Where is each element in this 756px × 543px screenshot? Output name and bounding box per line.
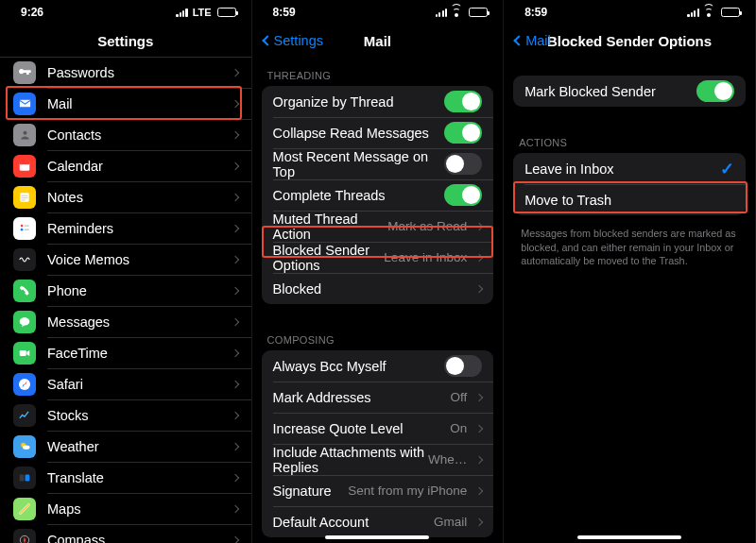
row-value: Sent from my iPhone <box>348 484 467 498</box>
svg-point-4 <box>21 224 24 227</box>
svg-rect-13 <box>26 474 30 481</box>
status-icons <box>687 8 739 17</box>
svg-rect-3 <box>20 193 28 201</box>
back-button[interactable]: Settings <box>260 33 323 48</box>
phone-icon <box>13 280 36 302</box>
chevron-right-icon <box>231 411 238 418</box>
status-time: 8:59 <box>273 6 296 19</box>
settings-item-maps[interactable]: Maps <box>0 493 251 524</box>
safari-icon <box>13 373 36 396</box>
composing-header: COMPOSING <box>252 321 504 350</box>
settings-item-compass[interactable]: Compass <box>0 524 251 543</box>
chevron-right-icon <box>231 161 238 169</box>
mark-blocked-toggle[interactable] <box>696 80 734 102</box>
page-title: Settings <box>0 33 251 49</box>
chevron-right-icon <box>231 224 238 231</box>
action-move-to-trash[interactable]: Move to Trash <box>513 184 746 215</box>
settings-item-notes[interactable]: Notes <box>0 181 251 212</box>
settings-list[interactable]: PasswordsMailContactsCalendarNotesRemind… <box>0 57 251 543</box>
home-indicator[interactable] <box>577 535 681 539</box>
stocks-icon <box>13 404 36 427</box>
row-value: On <box>450 421 467 435</box>
row-label: Always Bcc Myself <box>273 359 445 374</box>
mark-blocked-sender-row[interactable]: Mark Blocked Sender <box>513 76 746 107</box>
row-label: Default Account <box>273 515 434 530</box>
settings-item-calendar[interactable]: Calendar <box>0 150 251 181</box>
row-blocked-sender-options[interactable]: Blocked Sender OptionsLeave in Inbox <box>262 242 494 273</box>
svg-point-11 <box>23 446 30 450</box>
notes-icon <box>13 186 36 209</box>
chevron-right-icon <box>231 504 238 512</box>
row-label: Signature <box>273 484 349 499</box>
settings-item-translate[interactable]: Translate <box>0 462 251 493</box>
row-label: FaceTime <box>47 346 227 361</box>
status-bar: 9:26 LTE <box>0 0 251 25</box>
mail-settings-screen: 8:59 Settings Mail THREADING Organize by… <box>252 0 505 543</box>
calendar-icon <box>13 155 36 178</box>
toggle[interactable] <box>444 184 482 206</box>
row-include-attachments-with-replies[interactable]: Include Attachments with RepliesWhe… <box>262 444 494 475</box>
svg-rect-2 <box>20 161 30 163</box>
row-complete-threads[interactable]: Complete Threads <box>262 179 494 211</box>
chevron-right-icon <box>231 348 238 356</box>
compass-icon <box>13 529 36 544</box>
home-indicator[interactable] <box>325 535 429 539</box>
row-always-bcc-myself[interactable]: Always Bcc Myself <box>262 350 494 382</box>
row-label: Complete Threads <box>273 188 445 203</box>
chevron-right-icon <box>231 317 238 325</box>
row-value: Leave in Inbox <box>384 250 467 264</box>
chevron-right-icon <box>231 130 238 138</box>
toggle[interactable] <box>444 122 482 144</box>
settings-item-messages[interactable]: Messages <box>0 306 251 337</box>
back-button[interactable]: Mail <box>511 33 551 48</box>
row-mark-addresses[interactable]: Mark AddressesOff <box>262 382 494 413</box>
chevron-right-icon <box>231 442 238 450</box>
battery-icon <box>217 8 236 17</box>
row-value: Off <box>450 390 467 404</box>
settings-item-safari[interactable]: Safari <box>0 368 251 399</box>
toggle[interactable] <box>444 153 482 175</box>
status-time: 8:59 <box>524 6 547 19</box>
row-value: Whe… <box>428 452 467 467</box>
toggle[interactable] <box>444 91 482 112</box>
maps-icon <box>13 498 36 520</box>
svg-rect-8 <box>20 350 26 356</box>
chevron-right-icon <box>475 518 483 525</box>
row-label: Passwords <box>47 65 227 80</box>
settings-item-reminders[interactable]: Reminders <box>0 212 251 244</box>
row-label: Notes <box>47 190 227 205</box>
wifi-icon <box>450 8 463 17</box>
row-collapse-read-messages[interactable]: Collapse Read Messages <box>262 117 494 148</box>
settings-item-mail[interactable]: Mail <box>0 88 251 119</box>
settings-item-voicememos[interactable]: Voice Memos <box>0 244 251 275</box>
chevron-right-icon <box>475 424 483 432</box>
blocked-options-content[interactable]: Mark Blocked Sender ACTIONS Leave in Inb… <box>504 57 755 543</box>
reminders-icon <box>13 217 36 240</box>
status-icons: LTE <box>176 7 235 18</box>
row-blocked[interactable]: Blocked <box>262 273 494 304</box>
action-leave-in-inbox[interactable]: Leave in Inbox✓ <box>513 153 746 184</box>
settings-item-facetime[interactable]: FaceTime <box>0 337 251 368</box>
mail-settings-content[interactable]: THREADING Organize by ThreadCollapse Rea… <box>252 57 504 543</box>
settings-item-stocks[interactable]: Stocks <box>0 399 251 431</box>
settings-item-phone[interactable]: Phone <box>0 275 251 306</box>
row-signature[interactable]: SignatureSent from my iPhone <box>262 475 494 506</box>
chevron-right-icon <box>231 99 238 107</box>
chevron-right-icon <box>475 253 483 261</box>
chevron-right-icon <box>231 193 238 200</box>
svg-rect-6 <box>25 225 29 226</box>
status-time: 9:26 <box>21 6 43 19</box>
settings-item-passwords[interactable]: Passwords <box>0 57 251 88</box>
row-value: Gmail <box>434 515 467 529</box>
row-organize-by-thread[interactable]: Organize by Thread <box>262 86 494 117</box>
row-muted-thread-action[interactable]: Muted Thread ActionMark as Read <box>262 211 494 242</box>
row-most-recent-message-on-top[interactable]: Most Recent Message on Top <box>262 148 494 179</box>
settings-item-contacts[interactable]: Contacts <box>0 119 251 150</box>
row-label: Muted Thread Action <box>273 212 388 242</box>
row-default-account[interactable]: Default AccountGmail <box>262 506 494 537</box>
settings-item-weather[interactable]: Weather <box>0 431 251 462</box>
row-increase-quote-level[interactable]: Increase Quote LevelOn <box>262 413 494 444</box>
toggle[interactable] <box>444 355 482 377</box>
weather-icon <box>13 435 36 458</box>
chevron-right-icon <box>231 255 238 263</box>
